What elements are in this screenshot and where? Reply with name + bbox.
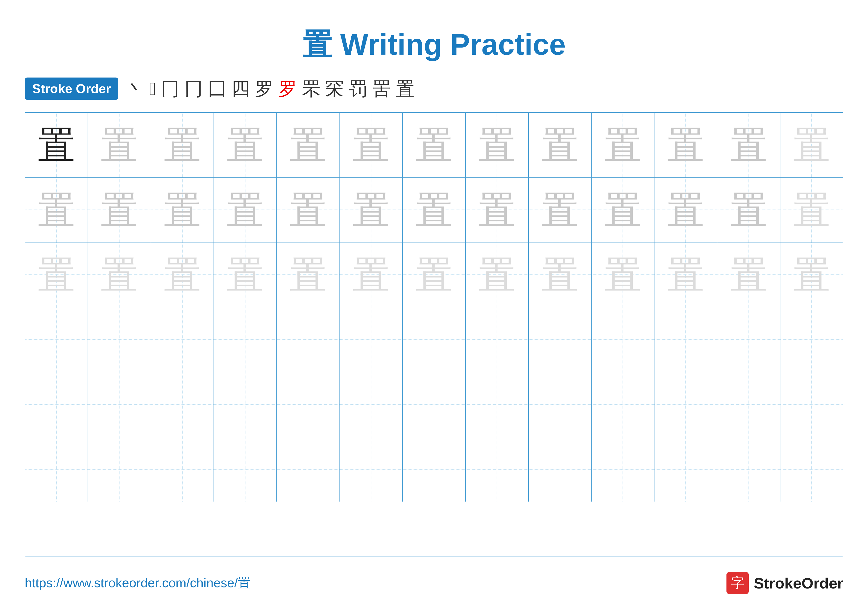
cell-1-2[interactable]: 置 [88,113,151,177]
cell-2-6[interactable]: 置 [340,177,403,242]
title-character: 置 [302,28,332,61]
char-light: 置 [164,126,201,163]
cell-1-4[interactable]: 置 [214,113,277,177]
cell-5-10[interactable] [592,372,654,437]
cell-3-9[interactable]: 置 [529,242,592,307]
cell-4-11[interactable] [654,307,717,372]
cell-6-13[interactable] [780,437,843,502]
cell-6-8[interactable] [466,437,529,502]
cell-5-9[interactable] [529,372,592,437]
cell-6-9[interactable] [529,437,592,502]
char-light: 置 [604,191,641,229]
stroke-4: 冂 [184,79,203,98]
stroke-8: 罗 [278,79,297,98]
cell-4-12[interactable] [717,307,780,372]
cell-3-1[interactable]: 置 [25,242,88,307]
char-light: 置 [290,191,327,229]
char-light: 置 [227,126,264,163]
cell-5-11[interactable] [654,372,717,437]
cell-1-5[interactable]: 置 [277,113,340,177]
cell-3-11[interactable]: 置 [654,242,717,307]
cell-6-11[interactable] [654,437,717,502]
cell-2-9[interactable]: 置 [529,177,592,242]
cell-5-7[interactable] [403,372,466,437]
cell-5-2[interactable] [88,372,151,437]
logo-char: 字 [731,574,744,592]
cell-1-9[interactable]: 置 [529,113,592,177]
cell-1-1[interactable]: 置 [25,113,88,177]
cell-2-13[interactable]: 置 [780,177,843,242]
cell-4-9[interactable] [529,307,592,372]
cell-4-10[interactable] [592,307,654,372]
cell-4-8[interactable] [466,307,529,372]
char-lighter: 置 [101,256,138,293]
cell-2-11[interactable]: 置 [654,177,717,242]
char-lighter: 置 [353,256,390,293]
char-light: 置 [478,126,515,163]
cell-6-2[interactable] [88,437,151,502]
cell-2-2[interactable]: 置 [88,177,151,242]
cell-3-8[interactable]: 置 [466,242,529,307]
cell-3-6[interactable]: 置 [340,242,403,307]
cell-5-5[interactable] [277,372,340,437]
cell-6-3[interactable] [151,437,214,502]
cell-3-12[interactable]: 置 [717,242,780,307]
char-light: 置 [227,191,264,229]
cell-1-12[interactable]: 置 [717,113,780,177]
cell-6-7[interactable] [403,437,466,502]
cell-3-2[interactable]: 置 [88,242,151,307]
cell-2-8[interactable]: 置 [466,177,529,242]
stroke-13: 置 [396,79,414,98]
cell-4-7[interactable] [403,307,466,372]
cell-1-10[interactable]: 置 [592,113,654,177]
cell-4-6[interactable] [340,307,403,372]
cell-2-3[interactable]: 置 [151,177,214,242]
cell-6-12[interactable] [717,437,780,502]
cell-5-6[interactable] [340,372,403,437]
cell-3-4[interactable]: 置 [214,242,277,307]
cell-6-10[interactable] [592,437,654,502]
char-lighter: 置 [730,256,767,293]
cell-4-13[interactable] [780,307,843,372]
cell-1-8[interactable]: 置 [466,113,529,177]
cell-4-3[interactable] [151,307,214,372]
cell-2-12[interactable]: 置 [717,177,780,242]
cell-3-7[interactable]: 置 [403,242,466,307]
cell-5-1[interactable] [25,372,88,437]
cell-3-10[interactable]: 置 [592,242,654,307]
cell-1-3[interactable]: 置 [151,113,214,177]
cell-6-5[interactable] [277,437,340,502]
stroke-7: 罗 [255,79,273,98]
char-lighter: 置 [793,256,830,293]
cell-4-4[interactable] [214,307,277,372]
cell-1-6[interactable]: 置 [340,113,403,177]
char-lighter: 置 [290,256,327,293]
cell-2-7[interactable]: 置 [403,177,466,242]
cell-5-4[interactable] [214,372,277,437]
cell-5-13[interactable] [780,372,843,437]
cell-3-13[interactable]: 置 [780,242,843,307]
practice-grid: 置 置 置 置 置 置 置 置 置 [25,112,843,557]
cell-4-5[interactable] [277,307,340,372]
cell-1-13[interactable]: 置 [780,113,843,177]
cell-2-4[interactable]: 置 [214,177,277,242]
char-lighter: 置 [604,256,641,293]
cell-2-10[interactable]: 置 [592,177,654,242]
cell-4-1[interactable] [25,307,88,372]
cell-2-1[interactable]: 置 [25,177,88,242]
cell-3-3[interactable]: 置 [151,242,214,307]
cell-6-4[interactable] [214,437,277,502]
cell-1-7[interactable]: 置 [403,113,466,177]
grid-row-3: 置 置 置 置 置 置 置 置 置 [25,242,843,307]
cell-5-12[interactable] [717,372,780,437]
cell-5-8[interactable] [466,372,529,437]
cell-4-2[interactable] [88,307,151,372]
cell-5-3[interactable] [151,372,214,437]
cell-6-1[interactable] [25,437,88,502]
cell-6-6[interactable] [340,437,403,502]
cell-3-5[interactable]: 置 [277,242,340,307]
char-light: 置 [730,191,767,229]
char-light: 置 [541,126,578,163]
cell-1-11[interactable]: 置 [654,113,717,177]
cell-2-5[interactable]: 置 [277,177,340,242]
